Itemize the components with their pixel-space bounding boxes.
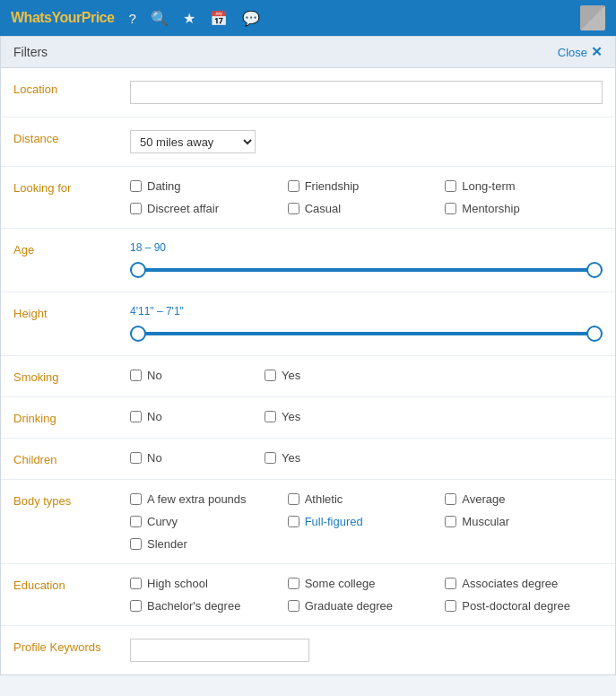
some-college-checkbox[interactable] bbox=[288, 578, 299, 589]
mentorship-checkbox[interactable] bbox=[445, 203, 456, 214]
edu-postdoctoral[interactable]: Post-doctoral degree bbox=[445, 599, 603, 613]
extra-pounds-checkbox[interactable] bbox=[130, 493, 142, 505]
search-icon[interactable]: 🔍 bbox=[151, 10, 169, 27]
body-types-grid: A few extra pounds Athletic Average Curv… bbox=[130, 492, 603, 551]
body-average[interactable]: Average bbox=[445, 492, 603, 506]
age-track bbox=[130, 268, 603, 272]
bachelors-checkbox[interactable] bbox=[130, 600, 142, 612]
children-label: Children bbox=[13, 451, 130, 466]
average-checkbox[interactable] bbox=[445, 493, 456, 505]
chat-icon[interactable]: 💬 bbox=[242, 10, 260, 27]
filters-title: Filters bbox=[13, 45, 48, 59]
drinking-yes[interactable]: Yes bbox=[265, 410, 399, 423]
graduate-checkbox[interactable] bbox=[288, 600, 299, 612]
body-curvy[interactable]: Curvy bbox=[130, 515, 288, 528]
age-label: Age bbox=[13, 241, 130, 257]
children-no[interactable]: No bbox=[130, 451, 265, 465]
height-content: 4'11" – 7'1" bbox=[130, 305, 603, 343]
edu-graduate[interactable]: Graduate degree bbox=[288, 599, 446, 613]
looking-for-longterm[interactable]: Long-term bbox=[445, 179, 603, 193]
profile-keywords-input[interactable] bbox=[130, 639, 309, 662]
height-track bbox=[130, 332, 603, 335]
children-yes[interactable]: Yes bbox=[265, 451, 399, 465]
muscular-checkbox[interactable] bbox=[445, 516, 456, 527]
drinking-yes-checkbox[interactable] bbox=[265, 411, 276, 422]
body-full-figured[interactable]: Full-figured bbox=[288, 515, 446, 528]
casual-checkbox[interactable] bbox=[288, 203, 299, 214]
children-row: Children No Yes bbox=[1, 439, 615, 480]
looking-for-discreet[interactable]: Discreet affair bbox=[130, 202, 288, 215]
star-icon[interactable]: ★ bbox=[183, 10, 195, 27]
friendship-checkbox[interactable] bbox=[288, 180, 299, 192]
children-yes-checkbox[interactable] bbox=[265, 452, 276, 464]
looking-for-mentorship[interactable]: Mentorship bbox=[445, 202, 603, 215]
longterm-checkbox[interactable] bbox=[445, 180, 456, 192]
smoking-content: No Yes bbox=[130, 369, 603, 382]
looking-for-dating[interactable]: Dating bbox=[130, 179, 288, 193]
curvy-checkbox[interactable] bbox=[130, 516, 142, 527]
drinking-no-checkbox[interactable] bbox=[130, 411, 142, 422]
top-navigation: WhatsYourPrice ? 🔍 ★ 📅 💬 bbox=[0, 0, 616, 36]
calendar-icon[interactable]: 📅 bbox=[210, 10, 228, 27]
smoking-no[interactable]: No bbox=[130, 369, 265, 382]
dating-checkbox[interactable] bbox=[130, 180, 142, 192]
smoking-label: Smoking bbox=[13, 369, 130, 384]
help-icon[interactable]: ? bbox=[128, 11, 135, 26]
drinking-no[interactable]: No bbox=[130, 410, 265, 423]
body-athletic[interactable]: Athletic bbox=[288, 492, 446, 506]
edu-high-school[interactable]: High school bbox=[130, 577, 288, 590]
children-no-checkbox[interactable] bbox=[130, 452, 142, 464]
edu-associates[interactable]: Associates degree bbox=[445, 577, 603, 590]
body-types-row: Body types A few extra pounds Athletic A… bbox=[1, 480, 615, 564]
filters-panel: Filters Close ✕ Location Distance 10 mil… bbox=[0, 36, 616, 675]
edu-some-college[interactable]: Some college bbox=[288, 577, 446, 590]
height-row: Height 4'11" – 7'1" bbox=[1, 292, 615, 356]
smoking-yes-checkbox[interactable] bbox=[265, 370, 276, 381]
height-range-label: 4'11" – 7'1" bbox=[130, 305, 603, 318]
smoking-no-checkbox[interactable] bbox=[130, 370, 142, 381]
distance-label: Distance bbox=[13, 130, 130, 145]
profile-keywords-label: Profile Keywords bbox=[13, 639, 130, 654]
close-button[interactable]: Close ✕ bbox=[558, 44, 603, 60]
education-label: Education bbox=[13, 577, 130, 592]
height-slider-container bbox=[130, 325, 603, 343]
edu-bachelors[interactable]: Bachelor's degree bbox=[130, 599, 288, 613]
distance-row: Distance 10 miles away 25 miles away 50 … bbox=[1, 117, 615, 167]
age-slider-container bbox=[130, 261, 603, 279]
smoking-row: Smoking No Yes bbox=[1, 356, 615, 397]
associates-checkbox[interactable] bbox=[445, 578, 456, 589]
profile-keywords-content bbox=[130, 639, 603, 662]
location-input[interactable] bbox=[130, 81, 603, 104]
children-content: No Yes bbox=[130, 451, 603, 465]
profile-keywords-row: Profile Keywords bbox=[1, 626, 615, 674]
slender-checkbox[interactable] bbox=[130, 538, 142, 550]
looking-for-friendship[interactable]: Friendship bbox=[288, 179, 446, 193]
drinking-grid: No Yes bbox=[130, 410, 399, 423]
athletic-checkbox[interactable] bbox=[288, 493, 299, 505]
body-muscular[interactable]: Muscular bbox=[445, 515, 603, 528]
looking-for-content: Dating Friendship Long-term Discreet aff… bbox=[130, 179, 603, 215]
age-row: Age 18 – 90 bbox=[1, 229, 615, 292]
close-label: Close bbox=[558, 46, 587, 59]
body-slender[interactable]: Slender bbox=[130, 537, 288, 551]
location-content bbox=[130, 81, 603, 104]
smoking-yes[interactable]: Yes bbox=[265, 369, 399, 382]
avatar[interactable] bbox=[580, 5, 605, 30]
postdoctoral-checkbox[interactable] bbox=[445, 600, 456, 612]
smoking-grid: No Yes bbox=[130, 369, 399, 382]
body-extra-pounds[interactable]: A few extra pounds bbox=[130, 492, 288, 506]
discreet-checkbox[interactable] bbox=[130, 203, 142, 214]
filters-header: Filters Close ✕ bbox=[1, 37, 615, 68]
distance-select[interactable]: 10 miles away 25 miles away 50 miles awa… bbox=[130, 130, 256, 153]
full-figured-checkbox[interactable] bbox=[288, 516, 299, 527]
children-grid: No Yes bbox=[130, 451, 399, 465]
distance-content: 10 miles away 25 miles away 50 miles awa… bbox=[130, 130, 603, 153]
drinking-row: Drinking No Yes bbox=[1, 397, 615, 439]
looking-for-casual[interactable]: Casual bbox=[288, 202, 446, 215]
logo-your: Your bbox=[52, 10, 82, 25]
high-school-checkbox[interactable] bbox=[130, 578, 142, 589]
looking-for-label: Looking for bbox=[13, 179, 130, 195]
logo-whats: Whats bbox=[11, 10, 52, 25]
height-label: Height bbox=[13, 305, 130, 320]
site-logo[interactable]: WhatsYourPrice bbox=[11, 10, 114, 26]
